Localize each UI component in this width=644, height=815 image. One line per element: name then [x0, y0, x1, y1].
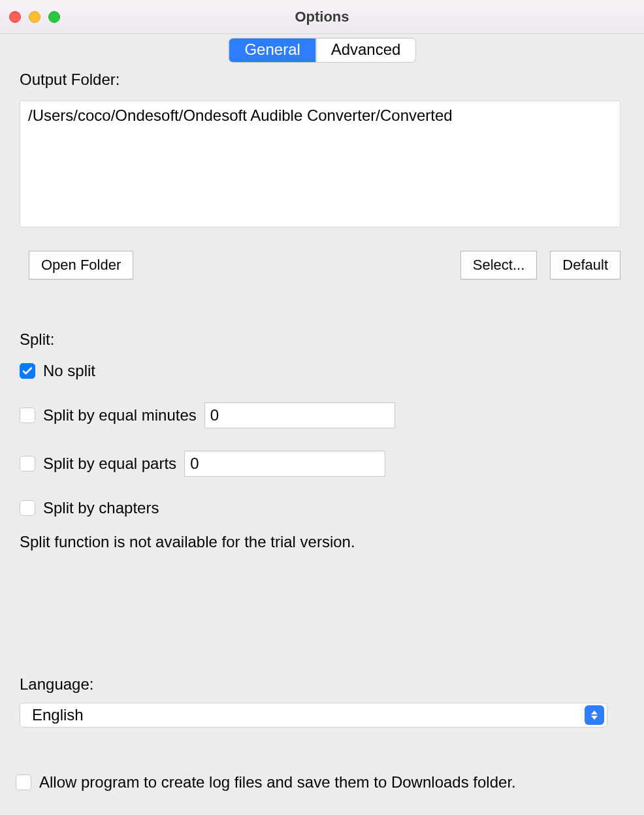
- checkmark-icon: [22, 366, 33, 376]
- split-parts-row: Split by equal parts: [20, 451, 624, 477]
- language-label: Language:: [20, 675, 624, 694]
- split-minutes-row: Split by equal minutes: [20, 402, 624, 428]
- log-files-checkbox[interactable]: [16, 775, 31, 790]
- language-select[interactable]: English: [20, 703, 607, 727]
- split-minutes-input[interactable]: [204, 402, 395, 428]
- default-folder-button[interactable]: Default: [550, 251, 620, 280]
- titlebar: Options: [0, 0, 644, 34]
- chevron-up-down-icon: [585, 705, 604, 725]
- options-window: Options General Advanced Output Folder: …: [0, 0, 644, 815]
- select-folder-button[interactable]: Select...: [460, 251, 537, 280]
- split-section: Split: No split Split by equal minutes S…: [20, 330, 624, 551]
- open-folder-button[interactable]: Open Folder: [29, 251, 133, 280]
- split-chapters-label: Split by chapters: [43, 499, 159, 517]
- log-files-label: Allow program to create log files and sa…: [39, 773, 516, 791]
- window-title: Options: [0, 8, 644, 25]
- split-parts-input[interactable]: [184, 451, 385, 477]
- split-parts-label: Split by equal parts: [43, 455, 176, 473]
- split-minutes-checkbox[interactable]: [20, 408, 35, 423]
- language-section: Language: English: [20, 675, 624, 727]
- no-split-row: No split: [20, 362, 624, 380]
- no-split-label: No split: [43, 362, 95, 380]
- content-area: Output Folder: /Users/coco/Ondesoft/Onde…: [0, 71, 644, 791]
- folder-buttons-row: Open Folder Select... Default: [20, 251, 620, 280]
- tab-general[interactable]: General: [229, 39, 316, 62]
- split-chapters-row: Split by chapters: [20, 499, 624, 517]
- spacer: [146, 251, 447, 280]
- log-files-row: Allow program to create log files and sa…: [16, 773, 624, 791]
- split-chapters-checkbox[interactable]: [20, 500, 35, 516]
- output-folder-label: Output Folder:: [20, 71, 624, 89]
- split-label: Split:: [20, 330, 624, 349]
- split-minutes-label: Split by equal minutes: [43, 406, 197, 424]
- tab-advanced[interactable]: Advanced: [316, 39, 415, 62]
- no-split-checkbox[interactable]: [20, 363, 35, 379]
- output-folder-path[interactable]: /Users/coco/Ondesoft/Ondesoft Audible Co…: [20, 101, 620, 227]
- language-value: English: [32, 706, 84, 724]
- split-trial-note: Split function is not available for the …: [20, 533, 624, 551]
- split-parts-checkbox[interactable]: [20, 456, 35, 471]
- tab-group: General Advanced: [229, 38, 416, 63]
